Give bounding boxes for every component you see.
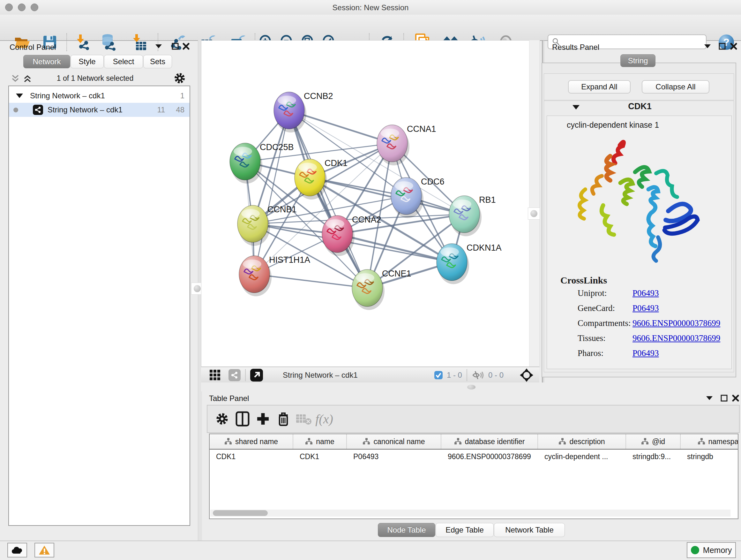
- pan-crosshair-button[interactable]: [520, 368, 534, 382]
- show-grid-button[interactable]: [209, 369, 221, 381]
- table-panel-float-icon[interactable]: [719, 393, 730, 403]
- table-settings-gear-button[interactable]: [212, 409, 232, 429]
- protein-name: CDK1: [592, 102, 688, 111]
- column-type-icon: [454, 438, 462, 445]
- column-header-canonical-name[interactable]: canonical name: [347, 434, 441, 449]
- tab-string[interactable]: String: [620, 54, 656, 67]
- tab-edge-table[interactable]: Edge Table: [435, 523, 494, 537]
- control-panel-float-icon[interactable]: [170, 42, 181, 51]
- delete-column-button[interactable]: [273, 409, 293, 429]
- tab-style-label: Style: [78, 57, 95, 66]
- crosslink-value-link[interactable]: P06493: [632, 348, 659, 358]
- tab-string-label: String: [628, 56, 648, 65]
- crosslink-value-link[interactable]: 9606.ENSP00000378699: [632, 333, 720, 343]
- results-panel-float-icon[interactable]: [717, 42, 728, 51]
- results-panel: Results Panel String Expand All Collapse…: [544, 40, 741, 391]
- column-header-description[interactable]: description: [538, 434, 626, 449]
- crosslink-row: GeneCard:P06493: [547, 303, 731, 318]
- network-graph: CCNB2CCNA1CDC25BCDK1CDC6RB1CCNB1CCNA2CDK…: [201, 41, 539, 366]
- node-CDC25B[interactable]: CDC25B: [230, 142, 294, 184]
- collapse-all-button[interactable]: Collapse All: [642, 80, 710, 94]
- control-panel: Control Panel Network Style Select Sets …: [0, 40, 198, 541]
- crosslink-value-link[interactable]: P06493: [632, 288, 659, 298]
- table-row[interactable]: CDK1CDK1P064939606.ENSP00000378699cyclin…: [210, 449, 738, 463]
- results-panel-close-icon[interactable]: [728, 42, 739, 51]
- expand-all-networks-icon[interactable]: [23, 74, 32, 83]
- application-window: Session: New Session: [0, 0, 741, 560]
- h-scrollbar-thumb[interactable]: [213, 510, 268, 516]
- network-tree-row-selected[interactable]: String Network – cdk1 11 48: [9, 103, 190, 117]
- column-header-database-identifier[interactable]: database identifier: [441, 434, 538, 449]
- hidden-count-label: 0 - 0: [488, 371, 503, 380]
- add-column-button[interactable]: [253, 409, 273, 429]
- memory-label: Memory: [703, 546, 732, 555]
- splitter-handle-right[interactable]: [528, 207, 540, 220]
- column-header-name[interactable]: name: [293, 434, 347, 449]
- warnings-button[interactable]: [35, 543, 54, 557]
- tab-select[interactable]: Select: [104, 55, 143, 68]
- protein-collapse-icon[interactable]: [572, 105, 580, 110]
- delete-table-button[interactable]: [293, 409, 314, 429]
- table-cell[interactable]: P06493: [347, 449, 441, 463]
- node-label-RB1: RB1: [479, 195, 496, 205]
- show-columns-button[interactable]: [232, 409, 253, 429]
- column-type-icon: [558, 438, 566, 445]
- crosslink-value-link[interactable]: P06493: [632, 303, 659, 313]
- crosslink-row: Uniprot:P06493: [547, 288, 731, 303]
- control-panel-menu-icon[interactable]: [153, 42, 164, 51]
- network-options-gear-icon[interactable]: [174, 72, 186, 84]
- table-cell[interactable]: cyclin-dependent ...: [538, 449, 626, 463]
- crosslink-label: Pharos:: [578, 348, 603, 358]
- node-label-CDKN1A: CDKN1A: [467, 243, 502, 253]
- table-cell[interactable]: 9606.ENSP00000378699: [441, 449, 538, 463]
- tab-network[interactable]: Network: [23, 55, 70, 68]
- column-header--id[interactable]: @id: [626, 434, 681, 449]
- column-header-label: shared name: [235, 437, 278, 446]
- selected-count-label: 1 - 0: [447, 371, 462, 380]
- tab-node-table[interactable]: Node Table: [378, 523, 435, 537]
- selected-checkbox-icon[interactable]: [434, 371, 443, 380]
- node-RB1[interactable]: RB1: [449, 195, 496, 236]
- table-cell[interactable]: CDK1: [210, 449, 293, 463]
- table-cell[interactable]: CDK1: [293, 449, 347, 463]
- expand-all-button[interactable]: Expand All: [568, 80, 630, 94]
- column-header-namespace[interactable]: namespace: [681, 434, 738, 449]
- crosslink-label: GeneCard:: [578, 303, 615, 313]
- node-label-HIST1H1A: HIST1H1A: [269, 255, 310, 265]
- node-CDKN1A[interactable]: CDKN1A: [436, 243, 502, 284]
- tab-style[interactable]: Style: [71, 55, 104, 68]
- memory-button[interactable]: Memory: [687, 542, 736, 558]
- crosslink-value-link[interactable]: 9606.ENSP00000378699: [632, 318, 720, 328]
- node-CCNB2[interactable]: CCNB2: [274, 91, 333, 132]
- crosslink-row: Pharos:P06493: [547, 348, 731, 363]
- node-label-CCNB2: CCNB2: [304, 91, 333, 101]
- node-CCNA1[interactable]: CCNA1: [377, 124, 436, 165]
- results-panel-menu-icon[interactable]: [702, 42, 713, 51]
- node-label-CDC25B: CDC25B: [260, 142, 294, 152]
- protein-structure-image: [572, 135, 706, 275]
- collapse-all-networks-icon[interactable]: [11, 74, 20, 83]
- tree-expander-icon[interactable]: [16, 94, 23, 98]
- node-CCNA2[interactable]: CCNA2: [322, 215, 381, 256]
- table-cell[interactable]: stringdb:9...: [626, 449, 681, 463]
- table-panel-close-icon[interactable]: [730, 393, 741, 403]
- vertical-splitter-right[interactable]: [529, 40, 540, 367]
- table-cell[interactable]: stringdb: [681, 449, 738, 463]
- column-header-shared-name[interactable]: shared name: [210, 434, 293, 449]
- birds-eye-view-button[interactable]: [250, 369, 263, 381]
- function-builder-button[interactable]: f(x): [314, 409, 334, 429]
- collection-count: 1: [180, 91, 185, 100]
- tab-network-table[interactable]: Network Table: [494, 523, 565, 537]
- tab-sets[interactable]: Sets: [143, 55, 172, 68]
- network-canvas[interactable]: CCNB2CCNA1CDC25BCDK1CDC6RB1CCNB1CCNA2CDK…: [201, 40, 540, 367]
- node-HIST1H1A[interactable]: HIST1H1A: [239, 255, 310, 296]
- string-view-button[interactable]: [228, 369, 241, 381]
- control-panel-close-icon[interactable]: [181, 42, 192, 51]
- node-CCNE1[interactable]: CCNE1: [352, 269, 411, 310]
- column-header-label: @id: [652, 437, 665, 446]
- cloud-status-button[interactable]: [7, 543, 27, 557]
- splitter-dot-icon[interactable]: [467, 385, 475, 389]
- h-scrollbar-track[interactable]: [210, 509, 731, 516]
- network-tree-root-row[interactable]: String Network – cdk1 1: [9, 89, 190, 103]
- table-panel-menu-icon[interactable]: [704, 393, 715, 403]
